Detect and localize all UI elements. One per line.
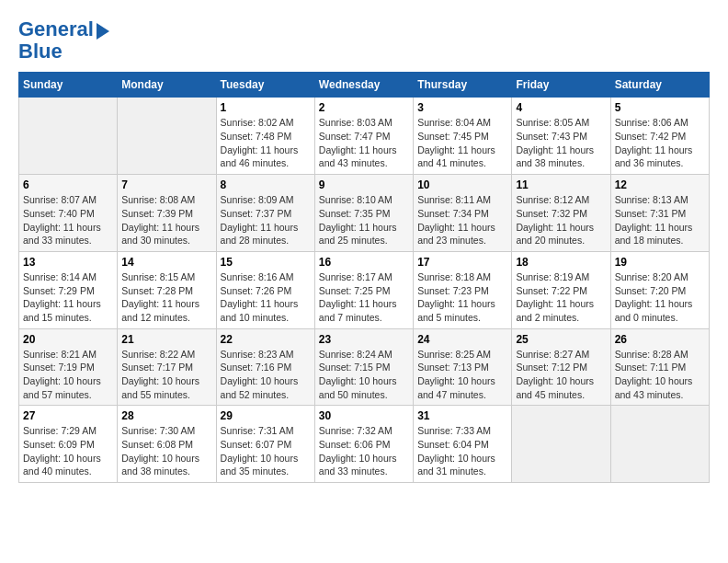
day-number: 10 xyxy=(417,178,507,191)
day-info: Sunrise: 8:13 AM Sunset: 7:31 PM Dayligh… xyxy=(615,193,705,247)
calendar-cell: 31Sunrise: 7:33 AM Sunset: 6:04 PM Dayli… xyxy=(414,406,512,483)
calendar-cell xyxy=(19,98,118,175)
day-info: Sunrise: 8:27 AM Sunset: 7:12 PM Dayligh… xyxy=(516,348,606,402)
day-number: 6 xyxy=(23,178,113,191)
day-number: 14 xyxy=(121,256,211,269)
calendar-cell: 8Sunrise: 8:09 AM Sunset: 7:37 PM Daylig… xyxy=(216,175,314,252)
calendar-cell: 19Sunrise: 8:20 AM Sunset: 7:20 PM Dayli… xyxy=(610,251,709,328)
day-number: 22 xyxy=(221,333,311,346)
day-info: Sunrise: 8:08 AM Sunset: 7:39 PM Dayligh… xyxy=(121,193,211,247)
day-info: Sunrise: 8:23 AM Sunset: 7:16 PM Dayligh… xyxy=(221,348,311,402)
calendar-cell: 21Sunrise: 8:22 AM Sunset: 7:17 PM Dayli… xyxy=(118,328,216,406)
day-number: 5 xyxy=(615,101,705,114)
calendar-cell: 9Sunrise: 8:10 AM Sunset: 7:35 PM Daylig… xyxy=(314,175,413,252)
calendar-cell: 22Sunrise: 8:23 AM Sunset: 7:16 PM Dayli… xyxy=(216,328,314,406)
day-number: 1 xyxy=(221,101,311,114)
calendar-cell: 11Sunrise: 8:12 AM Sunset: 7:32 PM Dayli… xyxy=(512,175,610,252)
day-number: 20 xyxy=(23,333,113,346)
day-header-thursday: Thursday xyxy=(414,73,512,98)
calendar-cell: 30Sunrise: 7:32 AM Sunset: 6:06 PM Dayli… xyxy=(314,406,413,483)
day-number: 11 xyxy=(516,178,606,191)
day-info: Sunrise: 7:29 AM Sunset: 6:09 PM Dayligh… xyxy=(23,424,113,478)
day-number: 27 xyxy=(23,409,113,422)
logo-text2: Blue xyxy=(18,40,109,63)
day-info: Sunrise: 7:31 AM Sunset: 6:07 PM Dayligh… xyxy=(221,424,311,478)
day-number: 29 xyxy=(221,409,311,422)
calendar-table: SundayMondayTuesdayWednesdayThursdayFrid… xyxy=(18,72,710,483)
calendar-cell: 13Sunrise: 8:14 AM Sunset: 7:29 PM Dayli… xyxy=(19,251,118,328)
calendar-cell: 26Sunrise: 8:28 AM Sunset: 7:11 PM Dayli… xyxy=(610,328,709,406)
calendar-cell: 3Sunrise: 8:04 AM Sunset: 7:45 PM Daylig… xyxy=(414,98,512,175)
day-number: 9 xyxy=(319,178,409,191)
logo: General Blue xyxy=(18,18,109,63)
calendar-cell: 24Sunrise: 8:25 AM Sunset: 7:13 PM Dayli… xyxy=(414,328,512,406)
day-number: 16 xyxy=(319,256,409,269)
calendar-cell: 12Sunrise: 8:13 AM Sunset: 7:31 PM Dayli… xyxy=(610,175,709,252)
calendar-cell: 25Sunrise: 8:27 AM Sunset: 7:12 PM Dayli… xyxy=(512,328,610,406)
day-header-sunday: Sunday xyxy=(19,73,118,98)
day-number: 30 xyxy=(319,409,409,422)
day-number: 4 xyxy=(516,101,606,114)
day-header-friday: Friday xyxy=(512,73,610,98)
day-info: Sunrise: 7:32 AM Sunset: 6:06 PM Dayligh… xyxy=(319,424,409,478)
day-info: Sunrise: 8:09 AM Sunset: 7:37 PM Dayligh… xyxy=(221,193,311,247)
calendar-cell xyxy=(512,406,610,483)
week-row-3: 13Sunrise: 8:14 AM Sunset: 7:29 PM Dayli… xyxy=(19,251,710,328)
day-number: 17 xyxy=(417,256,507,269)
calendar-cell: 29Sunrise: 7:31 AM Sunset: 6:07 PM Dayli… xyxy=(216,406,314,483)
day-header-wednesday: Wednesday xyxy=(314,73,413,98)
logo-arrow-icon xyxy=(97,23,109,40)
day-info: Sunrise: 8:02 AM Sunset: 7:48 PM Dayligh… xyxy=(221,116,311,170)
day-number: 7 xyxy=(121,178,211,191)
calendar-cell: 27Sunrise: 7:29 AM Sunset: 6:09 PM Dayli… xyxy=(19,406,118,483)
day-info: Sunrise: 8:24 AM Sunset: 7:15 PM Dayligh… xyxy=(319,348,409,402)
page-header: General Blue xyxy=(18,18,710,63)
day-info: Sunrise: 8:11 AM Sunset: 7:34 PM Dayligh… xyxy=(417,193,507,247)
calendar-cell: 5Sunrise: 8:06 AM Sunset: 7:42 PM Daylig… xyxy=(610,98,709,175)
calendar-cell: 23Sunrise: 8:24 AM Sunset: 7:15 PM Dayli… xyxy=(314,328,413,406)
day-info: Sunrise: 8:28 AM Sunset: 7:11 PM Dayligh… xyxy=(615,348,705,402)
calendar-cell: 20Sunrise: 8:21 AM Sunset: 7:19 PM Dayli… xyxy=(19,328,118,406)
calendar-cell: 28Sunrise: 7:30 AM Sunset: 6:08 PM Dayli… xyxy=(118,406,216,483)
week-row-4: 20Sunrise: 8:21 AM Sunset: 7:19 PM Dayli… xyxy=(19,328,710,406)
day-number: 25 xyxy=(516,333,606,346)
calendar-cell: 16Sunrise: 8:17 AM Sunset: 7:25 PM Dayli… xyxy=(314,251,413,328)
day-number: 8 xyxy=(221,178,311,191)
calendar-cell: 2Sunrise: 8:03 AM Sunset: 7:47 PM Daylig… xyxy=(314,98,413,175)
week-row-5: 27Sunrise: 7:29 AM Sunset: 6:09 PM Dayli… xyxy=(19,406,710,483)
logo-text: General xyxy=(18,18,94,40)
day-info: Sunrise: 7:33 AM Sunset: 6:04 PM Dayligh… xyxy=(417,424,507,478)
day-info: Sunrise: 8:16 AM Sunset: 7:26 PM Dayligh… xyxy=(221,270,311,325)
day-info: Sunrise: 7:30 AM Sunset: 6:08 PM Dayligh… xyxy=(121,424,211,478)
week-row-1: 1Sunrise: 8:02 AM Sunset: 7:48 PM Daylig… xyxy=(19,98,710,175)
day-info: Sunrise: 8:03 AM Sunset: 7:47 PM Dayligh… xyxy=(319,116,409,170)
day-number: 21 xyxy=(121,333,211,346)
day-info: Sunrise: 8:17 AM Sunset: 7:25 PM Dayligh… xyxy=(319,270,409,325)
calendar-cell: 10Sunrise: 8:11 AM Sunset: 7:34 PM Dayli… xyxy=(414,175,512,252)
day-number: 3 xyxy=(417,101,507,114)
day-info: Sunrise: 8:05 AM Sunset: 7:43 PM Dayligh… xyxy=(516,116,606,170)
day-info: Sunrise: 8:25 AM Sunset: 7:13 PM Dayligh… xyxy=(417,348,507,402)
day-number: 28 xyxy=(121,409,211,422)
day-number: 23 xyxy=(319,333,409,346)
calendar-cell: 1Sunrise: 8:02 AM Sunset: 7:48 PM Daylig… xyxy=(216,98,314,175)
day-number: 13 xyxy=(23,256,113,269)
day-info: Sunrise: 8:21 AM Sunset: 7:19 PM Dayligh… xyxy=(23,348,113,402)
day-number: 12 xyxy=(615,178,705,191)
day-header-tuesday: Tuesday xyxy=(216,73,314,98)
day-info: Sunrise: 8:07 AM Sunset: 7:40 PM Dayligh… xyxy=(23,193,113,247)
week-row-2: 6Sunrise: 8:07 AM Sunset: 7:40 PM Daylig… xyxy=(19,175,710,252)
day-info: Sunrise: 8:10 AM Sunset: 7:35 PM Dayligh… xyxy=(319,193,409,247)
day-info: Sunrise: 8:20 AM Sunset: 7:20 PM Dayligh… xyxy=(615,270,705,325)
calendar-cell: 7Sunrise: 8:08 AM Sunset: 7:39 PM Daylig… xyxy=(118,175,216,252)
calendar-cell: 17Sunrise: 8:18 AM Sunset: 7:23 PM Dayli… xyxy=(414,251,512,328)
day-header-monday: Monday xyxy=(118,73,216,98)
day-number: 19 xyxy=(615,256,705,269)
day-header-saturday: Saturday xyxy=(610,73,709,98)
day-info: Sunrise: 8:12 AM Sunset: 7:32 PM Dayligh… xyxy=(516,193,606,247)
day-info: Sunrise: 8:19 AM Sunset: 7:22 PM Dayligh… xyxy=(516,270,606,325)
day-info: Sunrise: 8:22 AM Sunset: 7:17 PM Dayligh… xyxy=(121,348,211,402)
calendar-cell: 15Sunrise: 8:16 AM Sunset: 7:26 PM Dayli… xyxy=(216,251,314,328)
calendar-cell: 6Sunrise: 8:07 AM Sunset: 7:40 PM Daylig… xyxy=(19,175,118,252)
day-number: 2 xyxy=(319,101,409,114)
